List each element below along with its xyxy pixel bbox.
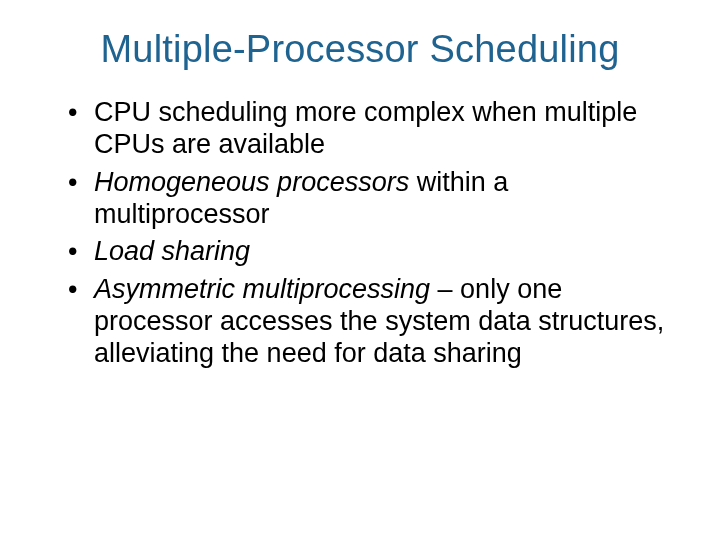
slide: Multiple-Processor Scheduling CPU schedu… — [0, 0, 720, 540]
bullet-text-emph: Homogeneous processors — [94, 167, 409, 197]
bullet-text: CPU scheduling more complex when multipl… — [94, 97, 637, 159]
bullet-text-emph: Load sharing — [94, 236, 250, 266]
list-item: Asymmetric multiprocessing – only one pr… — [68, 274, 680, 370]
list-item: CPU scheduling more complex when multipl… — [68, 97, 680, 161]
bullet-text-emph: Asymmetric multiprocessing — [94, 274, 430, 304]
list-item: Homogeneous processors within a multipro… — [68, 167, 680, 231]
bullet-list: CPU scheduling more complex when multipl… — [40, 97, 680, 370]
slide-title: Multiple-Processor Scheduling — [40, 28, 680, 71]
list-item: Load sharing — [68, 236, 680, 268]
